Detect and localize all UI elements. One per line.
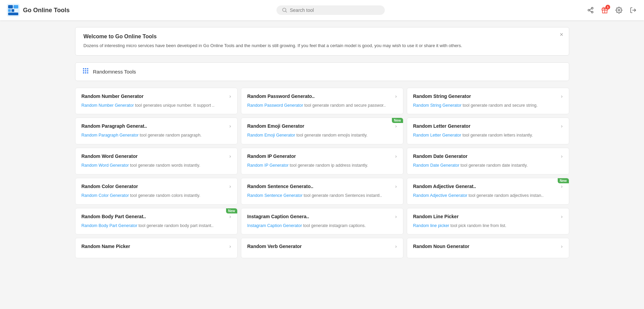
- logo-text: Go Online Tools: [23, 7, 70, 14]
- tool-card[interactable]: Random Verb Generator ›: [241, 238, 403, 258]
- tool-card[interactable]: Random Paragraph Generat.. › Random Para…: [75, 118, 238, 144]
- tool-card[interactable]: New Random Body Part Generat.. › Random …: [75, 208, 238, 235]
- tool-name: Random Name Picker: [82, 244, 130, 249]
- svg-point-19: [87, 68, 88, 69]
- share-icon[interactable]: [586, 6, 595, 14]
- tool-card[interactable]: Random String Generator › Random String …: [407, 88, 569, 115]
- tool-description: Random String Generator tool generate ra…: [413, 102, 563, 109]
- tool-card[interactable]: Random Password Generato.. › Random Pass…: [241, 88, 403, 115]
- tool-card-header: Random Word Generator ›: [82, 153, 231, 159]
- new-badge: New: [392, 118, 403, 123]
- chevron-right-icon: ›: [229, 94, 231, 99]
- chevron-right-icon: ›: [229, 244, 231, 249]
- chevron-right-icon: ›: [561, 244, 563, 249]
- tool-card[interactable]: Random Name Picker ›: [75, 238, 238, 258]
- svg-line-7: [286, 11, 287, 12]
- chevron-right-icon: ›: [395, 214, 397, 219]
- svg-point-15: [618, 9, 620, 11]
- svg-point-20: [83, 70, 84, 71]
- tool-card[interactable]: Random Letter Generator › Random Letter …: [407, 118, 569, 144]
- svg-rect-4: [12, 9, 14, 12]
- tool-card-header: Random Body Part Generat.. ›: [82, 214, 231, 219]
- svg-point-25: [87, 72, 88, 74]
- svg-rect-3: [8, 9, 11, 12]
- tool-card-header: Random Color Generator ›: [82, 184, 231, 189]
- tool-card-header: Random Verb Generator ›: [247, 244, 397, 249]
- tool-name: Random Number Generator: [82, 94, 144, 99]
- logout-icon[interactable]: [629, 6, 637, 14]
- close-banner-button[interactable]: ×: [560, 32, 563, 38]
- chevron-right-icon: ›: [229, 153, 231, 159]
- tool-card[interactable]: Random Word Generator › Random Word Gene…: [75, 148, 238, 174]
- tool-desc-link: Random IP Generator: [247, 163, 289, 168]
- tool-description: Random Sentence Generator tool generate …: [247, 192, 397, 199]
- tool-name: Random Emoji Generator: [247, 123, 305, 129]
- tool-card[interactable]: Random Color Generator › Random Color Ge…: [75, 178, 238, 205]
- settings-icon[interactable]: [615, 6, 623, 14]
- tool-card[interactable]: Random Date Generator › Random Date Gene…: [407, 148, 569, 174]
- svg-rect-2: [14, 5, 18, 8]
- tool-desc-link: Random Color Generator: [82, 193, 129, 198]
- tool-card-header: Random String Generator ›: [413, 94, 563, 99]
- svg-point-18: [85, 68, 86, 69]
- svg-rect-5: [8, 13, 18, 15]
- tool-name: Instagram Caption Genera..: [247, 214, 309, 219]
- tool-name: Random Date Generator: [413, 153, 468, 159]
- tool-description: Random IP Generator tool generate random…: [247, 162, 397, 169]
- welcome-title: Welcome to Go Online Tools: [84, 34, 561, 40]
- tool-name: Random Password Generato..: [247, 94, 315, 99]
- notification-badge: 1: [605, 5, 610, 9]
- tool-card-header: Random Emoji Generator ›: [247, 123, 397, 129]
- chevron-right-icon: ›: [395, 153, 397, 159]
- tool-name: Random Color Generator: [82, 184, 138, 189]
- tool-card[interactable]: New Random Emoji Generator › Random Emoj…: [241, 118, 403, 144]
- header: Go Online Tools 1: [0, 0, 644, 20]
- chevron-right-icon: ›: [229, 214, 231, 219]
- search-input[interactable]: [290, 7, 379, 13]
- tool-card-header: Random Sentence Generato.. ›: [247, 184, 397, 189]
- search-box[interactable]: [276, 5, 385, 15]
- main-content: Welcome to Go Online Tools Dozens of int…: [65, 20, 579, 265]
- tool-card-header: Random Paragraph Generat.. ›: [82, 123, 231, 129]
- grid-icon: [82, 67, 89, 76]
- tool-description: Random Adjective Generator tool generate…: [413, 192, 563, 199]
- tool-card[interactable]: Random Number Generator › Random Number …: [75, 88, 238, 115]
- tool-name: Random Sentence Generato..: [247, 184, 313, 189]
- section-title: Randomness Tools: [93, 69, 136, 75]
- tool-card[interactable]: Random Noun Generator ›: [407, 238, 569, 258]
- svg-point-23: [83, 72, 84, 74]
- search-container: [74, 5, 586, 15]
- tool-description: Random Number Generator tool generates u…: [82, 102, 231, 109]
- tool-card[interactable]: Instagram Caption Genera.. › Instagram C…: [241, 208, 403, 235]
- svg-line-12: [590, 8, 592, 9]
- tool-card-header: Random Password Generato.. ›: [247, 94, 397, 99]
- chevron-right-icon: ›: [395, 94, 397, 99]
- svg-rect-1: [8, 5, 13, 8]
- tool-card[interactable]: New Random Adjective Generat.. › Random …: [407, 178, 569, 205]
- tool-description: Random Body Part Generator tool generate…: [82, 223, 231, 229]
- tool-desc-link: Random Body Part Generator: [82, 223, 137, 228]
- tool-desc-link: Random line picker: [413, 223, 449, 228]
- chevron-right-icon: ›: [229, 184, 231, 189]
- tool-name: Random Word Generator: [82, 153, 138, 159]
- svg-point-10: [592, 11, 593, 13]
- tool-card[interactable]: Random Line Picker › Random line picker …: [407, 208, 569, 235]
- tool-desc-link: Random Date Generator: [413, 163, 460, 168]
- tool-card[interactable]: Random Sentence Generato.. › Random Sent…: [241, 178, 403, 205]
- chevron-right-icon: ›: [395, 123, 397, 129]
- tool-card[interactable]: Random IP Generator › Random IP Generato…: [241, 148, 403, 174]
- svg-point-21: [85, 70, 86, 71]
- tool-desc-link: Instagram Caption Generator: [247, 223, 302, 228]
- svg-point-24: [85, 72, 86, 74]
- tool-desc-link: Random Word Generator: [82, 163, 129, 168]
- tool-card-header: Random Line Picker ›: [413, 214, 563, 219]
- tool-description: Random Password Generator tool generate …: [247, 102, 397, 109]
- chevron-right-icon: ›: [561, 123, 563, 129]
- tool-name: Random Verb Generator: [247, 244, 302, 249]
- tool-desc-link: Random Paragraph Generator: [82, 133, 139, 138]
- logo-icon: [7, 4, 20, 17]
- tool-card-header: Random Adjective Generat.. ›: [413, 184, 563, 189]
- tool-desc-link: Random Password Generator: [247, 103, 303, 108]
- tool-description: Instagram Caption Generator tool generat…: [247, 223, 397, 229]
- gift-icon[interactable]: 1: [601, 6, 609, 14]
